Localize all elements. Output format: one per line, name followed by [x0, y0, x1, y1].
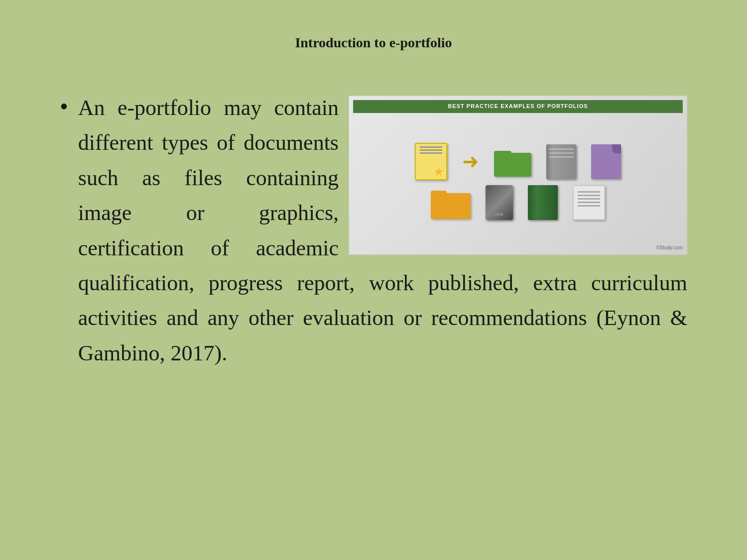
image-banner: BEST PRACTICE EXAMPLES OF PORTFOLIOS	[353, 100, 683, 113]
icon-item-7	[486, 185, 513, 220]
icon-item-3	[494, 147, 531, 177]
icon-item-8	[528, 185, 558, 220]
content-area: • BEST PRACTICE EXAMPLES OF PORTFOLIOS	[40, 91, 707, 371]
doc-plain-icon	[573, 185, 605, 220]
icons-row-2	[431, 185, 605, 220]
slide-container: Introduction to e-portfolio • BEST PRACT…	[0, 0, 747, 560]
book-green-icon	[528, 185, 558, 220]
icon-item-4	[546, 144, 576, 179]
bullet-text-block: BEST PRACTICE EXAMPLES OF PORTFOLIOS	[78, 91, 687, 371]
icons-grid: ➜	[353, 113, 683, 250]
icon-item-5	[591, 144, 621, 179]
icon-item-2: ➜	[462, 146, 479, 178]
slide-title: Introduction to e-portfolio	[40, 35, 707, 51]
usb-icon	[486, 185, 513, 220]
note-icon	[415, 143, 447, 180]
folder-open-icon	[431, 187, 471, 219]
star-decoration	[434, 167, 444, 177]
icons-row-1: ➜	[415, 143, 621, 180]
book-gray-icon	[546, 144, 576, 179]
image-inner: BEST PRACTICE EXAMPLES OF PORTFOLIOS	[349, 96, 687, 254]
icon-item-6	[431, 187, 471, 219]
bullet-item: • BEST PRACTICE EXAMPLES OF PORTFOLIOS	[60, 91, 687, 371]
icon-item-1	[415, 143, 447, 180]
folder-green-icon	[494, 147, 531, 177]
file-purple-icon	[591, 144, 621, 179]
image-watermark: ©Study.com	[656, 244, 683, 252]
portfolio-examples-image: BEST PRACTICE EXAMPLES OF PORTFOLIOS	[349, 96, 687, 255]
icon-item-9	[573, 185, 605, 220]
bullet-point: •	[60, 95, 68, 118]
arrow-icon: ➜	[462, 146, 479, 178]
